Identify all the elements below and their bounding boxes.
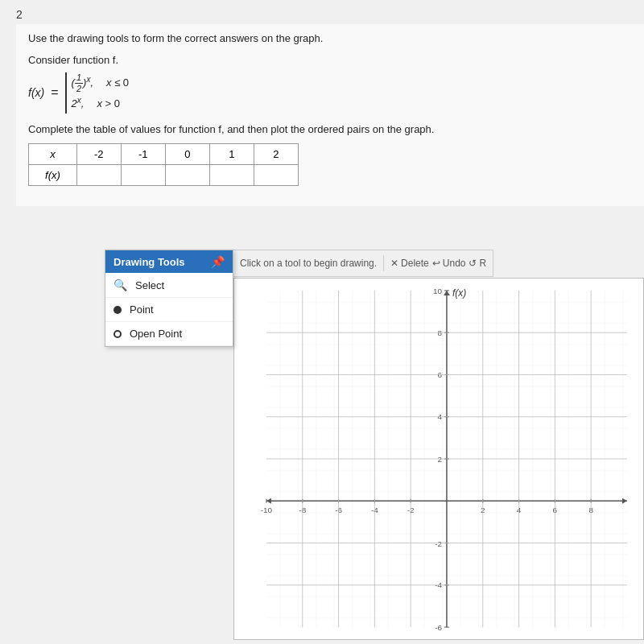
- equals-sign: =: [51, 85, 58, 100]
- drawing-tools-panel: Drawing Tools 📌 🔍 Select Point Open Poin…: [105, 250, 233, 347]
- drawing-tools-title: Drawing Tools: [114, 256, 185, 268]
- redo-button[interactable]: ↺ R: [469, 258, 486, 269]
- graph-svg: f(x) -10 -8 -6 -4 -2: [234, 279, 643, 639]
- x-col-0: 0: [165, 143, 209, 164]
- point-tool[interactable]: Point: [105, 298, 233, 322]
- svg-text:6: 6: [437, 370, 442, 379]
- values-table-container: x -2 -1 0 1 2 f(x): [28, 143, 632, 186]
- pin-icon[interactable]: 📌: [211, 255, 225, 268]
- fx-val-1[interactable]: [209, 164, 254, 185]
- instruction-text: Use the drawing tools to form the correc…: [28, 32, 632, 44]
- undo-button[interactable]: ↩ Undo: [432, 258, 466, 269]
- fx-val-2[interactable]: [254, 164, 298, 185]
- svg-text:2: 2: [437, 455, 442, 464]
- fx-val-0[interactable]: [165, 164, 209, 185]
- function-definition: f(x) = (12)x, x ≤ 0 2x, x > 0: [28, 72, 632, 114]
- delete-label: Delete: [401, 258, 429, 269]
- graph-toolbar: Click on a tool to begin drawing. ✕ Dele…: [233, 250, 493, 277]
- open-point-icon: [114, 330, 122, 338]
- click-hint: Click on a tool to begin drawing.: [240, 258, 377, 269]
- complete-instruction: Complete the table of values for functio…: [28, 123, 632, 135]
- piecewise-definition: (12)x, x ≤ 0 2x, x > 0: [65, 72, 130, 114]
- drawing-tools-header: Drawing Tools 📌: [105, 250, 233, 273]
- point-label: Point: [130, 303, 154, 316]
- x-label: x: [29, 143, 77, 164]
- select-label: Select: [135, 279, 164, 291]
- delete-icon: ✕: [390, 258, 398, 269]
- svg-text:-6: -6: [435, 623, 442, 632]
- redo-label: R: [479, 258, 486, 269]
- graph-container: f(x) -10 -8 -6 -4 -2: [233, 278, 644, 644]
- svg-text:-10: -10: [261, 506, 273, 514]
- undo-label: Undo: [443, 258, 466, 269]
- svg-text:f(x): f(x): [452, 287, 466, 299]
- redo-icon: ↺: [469, 258, 477, 269]
- select-icon: 🔍: [114, 279, 127, 291]
- point-icon: [114, 306, 122, 314]
- content-area: Use the drawing tools to form the correc…: [16, 24, 644, 206]
- select-tool[interactable]: 🔍 Select: [105, 273, 233, 298]
- x-col--2: -2: [76, 143, 121, 164]
- page-number: 2: [16, 8, 23, 21]
- graph-canvas[interactable]: f(x) -10 -8 -6 -4 -2: [233, 278, 644, 640]
- svg-text:-2: -2: [435, 539, 442, 548]
- open-point-tool[interactable]: Open Point: [105, 322, 233, 346]
- undo-icon: ↩: [432, 258, 440, 269]
- x-col--1: -1: [121, 143, 165, 164]
- toolbar-divider-1: [383, 255, 384, 271]
- x-col-2: 2: [254, 143, 298, 164]
- fx-val--2[interactable]: [76, 164, 121, 185]
- svg-text:10: 10: [433, 287, 443, 295]
- consider-text: Consider function f.: [28, 54, 632, 66]
- function-label: f(x): [28, 86, 44, 99]
- delete-button[interactable]: ✕ Delete: [390, 258, 429, 269]
- fx-label: f(x): [29, 164, 77, 185]
- open-point-label: Open Point: [130, 328, 182, 340]
- x-col-1: 1: [209, 143, 254, 164]
- values-table: x -2 -1 0 1 2 f(x): [28, 143, 299, 186]
- fx-val--1[interactable]: [121, 164, 165, 185]
